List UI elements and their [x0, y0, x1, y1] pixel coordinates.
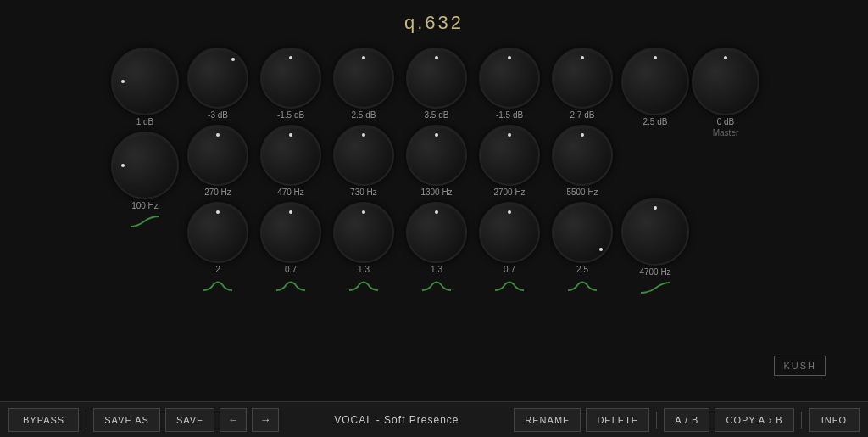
low-shelf-gain-knob[interactable] [111, 48, 179, 115]
band4-q-label: 1.3 [431, 265, 442, 274]
high-shelf-freq-knob[interactable] [621, 198, 689, 266]
high-shelf-icon [639, 281, 671, 299]
master-label: Master [713, 128, 739, 137]
band6-freq-wrapper: 5500 Hz [552, 125, 613, 197]
band2-gain-label: -1.5 dB [277, 110, 304, 120]
band-6-col: 2.7 dB 5500 Hz 2.5 [546, 45, 619, 294]
band1-q-knob[interactable] [187, 202, 248, 263]
separator-3 [801, 412, 802, 429]
band1-freq-wrapper: 270 Hz [187, 125, 248, 197]
band5-gain-wrapper: -1.5 dB [479, 48, 540, 120]
band3-gain-label: 2.5 dB [352, 110, 376, 120]
band1-freq-label: 270 Hz [204, 188, 231, 197]
band5-freq-knob[interactable] [479, 125, 540, 186]
band-4-col: 3.5 dB 1300 Hz 1.3 [400, 45, 473, 294]
low-shelf-col: 1 dB 100 Hz [108, 45, 181, 233]
eq-layout: 1 dB 100 Hz -3 dB [0, 41, 868, 303]
band4-freq-label: 1300 Hz [420, 188, 452, 197]
band3-freq-wrapper: 730 Hz [333, 125, 394, 197]
band5-gain-knob[interactable] [479, 48, 540, 109]
band5-freq-label: 2700 Hz [493, 188, 525, 197]
band6-q-label: 2.5 [576, 265, 588, 274]
rename-button[interactable]: RENAME [514, 408, 581, 432]
band3-gain-wrapper: 2.5 dB [333, 48, 394, 120]
band4-q-knob[interactable] [406, 202, 467, 263]
low-shelf-freq-label: 100 Hz [131, 201, 159, 210]
info-button[interactable]: INFO [809, 408, 860, 432]
band6-gain-wrapper: 2.7 dB [552, 48, 613, 120]
kush-logo: KUSH [774, 356, 826, 376]
low-shelf-icon [129, 215, 161, 233]
band3-bell-icon [348, 279, 380, 294]
band6-gain-label: 2.7 dB [570, 110, 595, 120]
plugin-title: q.632 [404, 12, 464, 34]
master-col: 0 dB Master [692, 45, 760, 140]
band5-q-wrapper: 0.7 [479, 202, 540, 274]
high-shelf-freq-label: 4700 Hz [639, 267, 670, 277]
band5-q-label: 0.7 [504, 265, 515, 274]
band-2-col: -1.5 dB 470 Hz 0.7 [254, 45, 327, 294]
band1-q-label: 2 [215, 265, 220, 274]
band2-q-wrapper: 0.7 [260, 202, 321, 274]
band4-bell-icon [420, 279, 453, 294]
band6-q-knob[interactable] [552, 202, 613, 263]
ab-button[interactable]: A / B [664, 408, 709, 432]
band6-q-wrapper: 2.5 [552, 202, 613, 274]
band3-q-label: 1.3 [358, 265, 370, 274]
band1-gain-knob[interactable] [187, 48, 248, 109]
band2-freq-wrapper: 470 Hz [260, 125, 321, 197]
low-shelf-gain-wrapper: 1 dB [111, 48, 179, 126]
band-1-col: -3 dB 270 Hz 2 [181, 45, 254, 294]
low-shelf-freq-knob[interactable] [111, 132, 179, 199]
band4-gain-wrapper: 3.5 dB [406, 48, 467, 120]
save-button[interactable]: SAVE [165, 408, 215, 432]
master-gain-wrapper: 0 dB Master [692, 48, 760, 137]
high-shelf-freq-wrapper: 4700 Hz [621, 198, 689, 277]
band4-freq-wrapper: 1300 Hz [406, 125, 467, 197]
band4-gain-label: 3.5 dB [425, 110, 449, 120]
preset-name: VOCAL - Soft Presence [284, 414, 509, 426]
band1-gain-label: -3 dB [208, 110, 228, 120]
band-5-col: -1.5 dB 2700 Hz 0.7 [473, 45, 546, 294]
band1-q-wrapper: 2 [187, 202, 248, 274]
band2-freq-knob[interactable] [260, 125, 321, 186]
low-shelf-gain-label: 1 dB [136, 117, 154, 126]
delete-button[interactable]: DELETE [586, 408, 649, 432]
band3-q-knob[interactable] [333, 202, 394, 263]
low-shelf-freq-wrapper: 100 Hz [111, 132, 179, 210]
band2-freq-label: 470 Hz [277, 188, 304, 197]
copy-button[interactable]: COPY A › B [715, 408, 793, 432]
separator-2 [656, 412, 657, 429]
band4-gain-knob[interactable] [406, 48, 467, 109]
band1-freq-knob[interactable] [187, 125, 248, 186]
band6-gain-knob[interactable] [552, 48, 613, 109]
band4-q-wrapper: 1.3 [406, 202, 467, 274]
band2-gain-knob[interactable] [260, 48, 321, 109]
band3-gain-knob[interactable] [333, 48, 394, 109]
band3-freq-knob[interactable] [333, 125, 394, 186]
band1-bell-icon [202, 279, 234, 294]
band1-gain-wrapper: -3 dB [187, 48, 248, 120]
bypass-button[interactable]: BYPASS [8, 408, 79, 432]
high-shelf-col: 2.5 dB 4700 Hz [619, 45, 692, 299]
save-as-button[interactable]: SAVE AS [93, 408, 160, 432]
band2-q-label: 0.7 [285, 265, 297, 274]
band3-freq-label: 730 Hz [350, 188, 377, 197]
band-3-col: 2.5 dB 730 Hz 1.3 [327, 45, 400, 294]
band4-freq-knob[interactable] [406, 125, 467, 186]
band5-q-knob[interactable] [479, 202, 540, 263]
band6-freq-knob[interactable] [552, 125, 613, 186]
band6-freq-label: 5500 Hz [566, 188, 598, 197]
master-gain-label: 0 dB [717, 117, 735, 126]
band2-gain-wrapper: -1.5 dB [260, 48, 321, 120]
band5-bell-icon [493, 279, 526, 294]
band5-freq-wrapper: 2700 Hz [479, 125, 540, 197]
band3-q-wrapper: 1.3 [333, 202, 394, 274]
band2-q-knob[interactable] [260, 202, 321, 263]
next-button[interactable]: → [252, 408, 279, 432]
master-gain-knob[interactable] [692, 48, 760, 115]
high-shelf-gain-wrapper: 2.5 dB [621, 48, 689, 126]
band2-bell-icon [275, 279, 307, 294]
prev-button[interactable]: ← [220, 408, 247, 432]
high-shelf-gain-knob[interactable] [621, 48, 689, 115]
